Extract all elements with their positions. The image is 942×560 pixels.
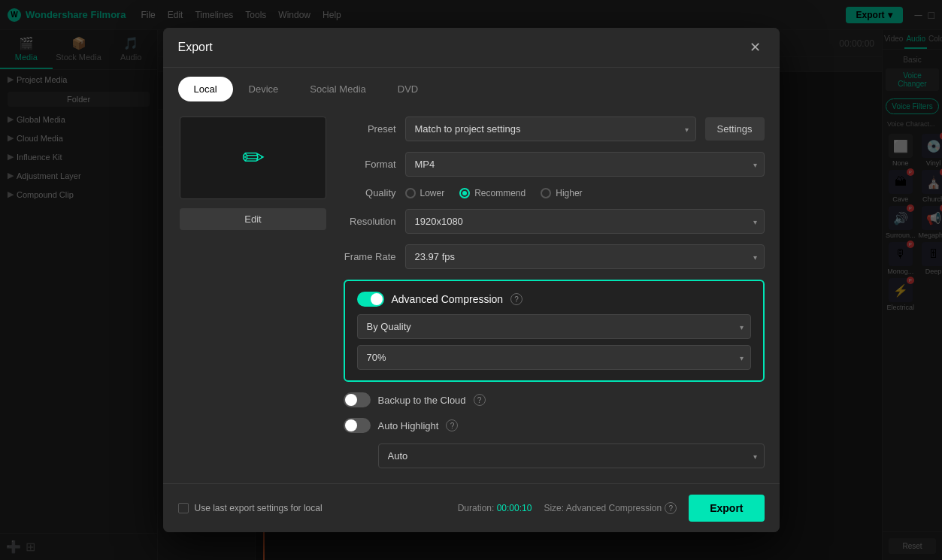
frame-rate-select-wrapper: 23.97 fps ▾	[405, 244, 765, 269]
backup-help-icon[interactable]: ?	[474, 394, 486, 406]
advanced-compression-box: Advanced Compression ? By Quality ▾	[344, 280, 765, 382]
compression-header: Advanced Compression ?	[357, 292, 751, 307]
radio-recommend-inner	[462, 191, 467, 195]
radio-higher	[541, 188, 551, 198]
resolution-row: Resolution 1920x1080 ▾	[344, 209, 765, 234]
auto-highlight-knob	[345, 419, 357, 431]
modal-overlay: Export ✕ Local Device Social Media DVD ✏…	[0, 0, 942, 560]
export-tab-social[interactable]: Social Media	[294, 77, 381, 101]
last-settings-checkbox[interactable]: Use last export settings for local	[178, 503, 323, 513]
preset-control: Match to project settings ▾	[405, 117, 696, 141]
format-row: Format MP4 ▾	[344, 152, 765, 177]
export-tab-local[interactable]: Local	[178, 77, 233, 101]
preset-label: Preset	[344, 123, 396, 135]
auto-highlight-label: Auto Highlight	[378, 420, 439, 431]
compression-method-wrapper: By Quality ▾	[357, 314, 751, 339]
preset-select[interactable]: Match to project settings	[405, 117, 696, 141]
backup-cloud-label: Backup to the Cloud	[378, 395, 466, 406]
backup-toggle-knob	[345, 394, 357, 406]
dialog-title: Export	[178, 41, 213, 54]
duration-value: 00:00:10	[497, 503, 532, 513]
preview-area: ✏ Edit	[178, 117, 329, 468]
backup-cloud-row: Backup to the Cloud ?	[344, 392, 765, 407]
auto-highlight-row: Auto Highlight ?	[344, 418, 765, 433]
compression-selects: By Quality ▾ 70% ▾	[357, 314, 751, 370]
preset-select-wrapper: Match to project settings ▾	[405, 117, 696, 141]
checkbox-label: Use last export settings for local	[195, 503, 323, 513]
export-tab-dvd[interactable]: DVD	[382, 77, 434, 101]
preview-play-icon: ✏	[242, 142, 265, 174]
compression-help-icon[interactable]: ?	[510, 293, 522, 305]
preview-thumbnail: ✏	[180, 117, 326, 199]
duration-label: Duration: 00:00:10	[458, 503, 532, 513]
format-control: MP4 ▾	[405, 152, 765, 177]
export-final-button[interactable]: Export	[689, 495, 764, 522]
resolution-control: 1920x1080 ▾	[405, 209, 765, 234]
size-label: Size: Advanced Compression	[544, 503, 662, 513]
toggle-knob	[371, 293, 383, 305]
format-label: Format	[344, 159, 396, 170]
duration-info: Duration: 00:00:10 Size: Advanced Compre…	[458, 502, 677, 514]
auto-highlight-sub-control: Auto ▾	[378, 443, 765, 468]
advanced-compression-toggle[interactable]	[357, 292, 384, 307]
edit-button[interactable]: Edit	[180, 208, 326, 230]
format-select[interactable]: MP4	[405, 152, 765, 177]
quality-recommend[interactable]: Recommend	[459, 188, 526, 198]
auto-highlight-sub-row: Auto ▾	[344, 443, 765, 468]
quality-lower-label: Lower	[420, 188, 445, 198]
compression-title: Advanced Compression	[392, 293, 504, 305]
resolution-select-wrapper: 1920x1080 ▾	[405, 209, 765, 234]
close-icon: ✕	[750, 39, 761, 56]
quality-higher-label: Higher	[556, 188, 582, 198]
quality-label: Quality	[344, 187, 396, 198]
backup-cloud-toggle[interactable]	[344, 392, 371, 407]
checkbox-input[interactable]	[178, 503, 189, 513]
export-dialog: Export ✕ Local Device Social Media DVD ✏…	[163, 28, 780, 532]
dialog-title-bar: Export ✕	[163, 28, 780, 68]
settings-button[interactable]: Settings	[705, 117, 765, 141]
frame-rate-row: Frame Rate 23.97 fps ▾	[344, 244, 765, 269]
dialog-footer: Use last export settings for local Durat…	[163, 483, 780, 532]
auto-select-wrapper: Auto ▾	[378, 443, 765, 468]
compression-quality-wrapper: 70% ▾	[357, 345, 751, 370]
resolution-select[interactable]: 1920x1080	[405, 209, 765, 234]
size-info: Size: Advanced Compression ?	[544, 502, 677, 514]
quality-recommend-label: Recommend	[474, 188, 526, 198]
resolution-label: Resolution	[344, 216, 396, 227]
radio-recommend	[459, 188, 470, 198]
frame-rate-select[interactable]: 23.97 fps	[405, 244, 765, 269]
preset-row: Preset Match to project settings ▾ Setti…	[344, 117, 765, 141]
radio-lower	[405, 188, 416, 198]
quality-options: Lower Recommend Higher	[405, 188, 583, 198]
auto-highlight-toggle[interactable]	[344, 418, 371, 433]
export-tab-device[interactable]: Device	[233, 77, 295, 101]
format-select-wrapper: MP4 ▾	[405, 152, 765, 177]
settings-panel: Preset Match to project settings ▾ Setti…	[344, 117, 765, 468]
quality-higher[interactable]: Higher	[541, 188, 582, 198]
frame-rate-control: 23.97 fps ▾	[405, 244, 765, 269]
quality-row: Quality Lower Recommend	[344, 187, 765, 198]
auto-select[interactable]: Auto	[378, 443, 765, 468]
auto-highlight-help-icon[interactable]: ?	[446, 419, 458, 431]
compression-quality-select[interactable]: 70%	[357, 345, 751, 370]
frame-rate-label: Frame Rate	[344, 251, 396, 262]
dialog-close-button[interactable]: ✕	[747, 38, 765, 56]
dialog-body: ✏ Edit Preset Match to project settings …	[163, 101, 780, 483]
size-help-icon[interactable]: ?	[665, 502, 677, 514]
export-tabs: Local Device Social Media DVD	[163, 68, 780, 101]
quality-lower[interactable]: Lower	[405, 188, 445, 198]
compression-method-select[interactable]: By Quality	[357, 314, 751, 339]
